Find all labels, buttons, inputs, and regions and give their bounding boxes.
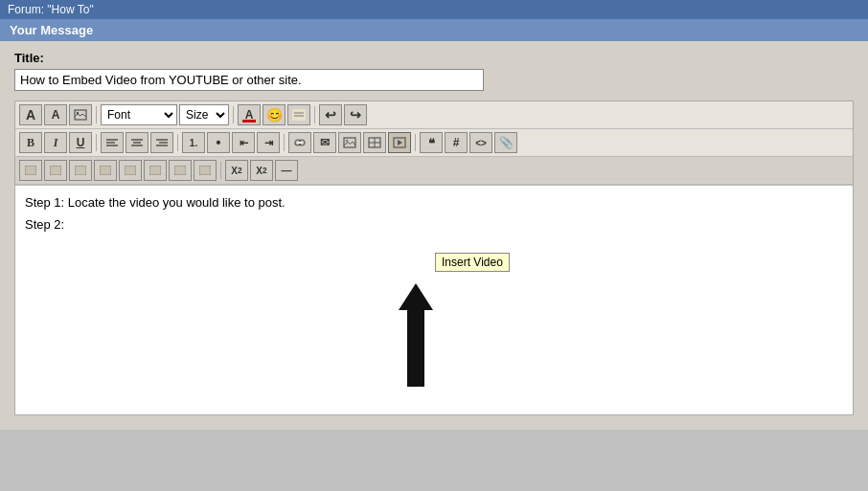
row3-btn-1[interactable] bbox=[19, 160, 42, 181]
color-bar bbox=[242, 120, 256, 123]
svg-point-1 bbox=[77, 112, 79, 114]
insert-video-btn[interactable] bbox=[388, 132, 411, 153]
tooltip-insert-video: Insert Video bbox=[435, 253, 510, 272]
svg-rect-26 bbox=[75, 166, 86, 175]
svg-rect-27 bbox=[100, 166, 111, 175]
your-message-header: Your Message bbox=[0, 19, 868, 41]
hr-btn[interactable]: — bbox=[275, 160, 298, 181]
hash-btn[interactable]: # bbox=[445, 132, 468, 153]
redo-btn[interactable]: ↪ bbox=[344, 104, 367, 125]
editor-wrapper: A A Font Arial Times New Roman Courier N… bbox=[14, 100, 854, 415]
svg-rect-25 bbox=[50, 166, 61, 175]
indent-btn[interactable]: ⇥ bbox=[257, 132, 280, 153]
row3-btn-5[interactable] bbox=[119, 160, 142, 181]
superscript-btn[interactable]: X2 bbox=[250, 160, 273, 181]
main-content: Title: A A Font Arial Times New Roman Co… bbox=[0, 41, 868, 430]
font-select[interactable]: Font Arial Times New Roman Courier New V… bbox=[101, 104, 177, 125]
row3-btn-3[interactable] bbox=[69, 160, 92, 181]
emoji-btn[interactable]: 😊 bbox=[263, 104, 286, 125]
subscript-btn[interactable]: X2 bbox=[225, 160, 248, 181]
row3-btn-6[interactable] bbox=[144, 160, 167, 181]
toolbar-row-3: X2 X2 — bbox=[15, 157, 853, 185]
toolbar-row-1: A A Font Arial Times New Roman Courier N… bbox=[15, 101, 853, 129]
ordered-list-btn[interactable]: 1. bbox=[182, 132, 205, 153]
forum-bar-text: Forum: "How To" bbox=[8, 3, 94, 16]
bold-btn[interactable]: B bbox=[19, 132, 42, 153]
editor-line-2: Step 2: bbox=[25, 217, 843, 232]
img2-btn[interactable] bbox=[338, 132, 361, 153]
attachment-btn[interactable]: 📎 bbox=[494, 132, 517, 153]
tooltip-text: Insert Video bbox=[442, 256, 503, 269]
unordered-list-btn[interactable]: • bbox=[207, 132, 230, 153]
title-label: Title: bbox=[14, 51, 854, 65]
size-select[interactable]: Size 8 10 12 14 16 18 24 36 bbox=[179, 104, 229, 125]
undo-btn[interactable]: ↩ bbox=[319, 104, 342, 125]
table-btn[interactable] bbox=[363, 132, 386, 153]
svg-rect-30 bbox=[174, 166, 186, 175]
arrow-shaft bbox=[407, 310, 424, 387]
row3-btn-4[interactable] bbox=[94, 160, 117, 181]
align-left-btn[interactable] bbox=[101, 132, 124, 153]
svg-rect-31 bbox=[199, 166, 211, 175]
link-btn[interactable] bbox=[288, 132, 311, 153]
image-btn[interactable] bbox=[69, 104, 92, 125]
svg-rect-29 bbox=[149, 166, 161, 175]
row3-btn-7[interactable] bbox=[169, 160, 192, 181]
arrow-annotation bbox=[399, 283, 433, 387]
misc-list-btn[interactable] bbox=[287, 104, 310, 125]
code-btn[interactable]: <> bbox=[469, 132, 492, 153]
row3-btn-8[interactable] bbox=[194, 160, 217, 181]
format-a-btn[interactable]: A bbox=[19, 104, 42, 125]
svg-rect-24 bbox=[25, 166, 36, 175]
email-btn[interactable]: ✉ bbox=[313, 132, 336, 153]
row3-btn-2[interactable] bbox=[44, 160, 67, 181]
svg-marker-23 bbox=[398, 140, 402, 145]
svg-rect-2 bbox=[292, 109, 306, 121]
text-color-btn[interactable]: A bbox=[238, 104, 261, 125]
format-a2-btn[interactable]: A bbox=[44, 104, 67, 125]
title-input[interactable] bbox=[14, 69, 484, 91]
arrow-head bbox=[399, 283, 433, 310]
align-right-btn[interactable] bbox=[150, 132, 173, 153]
svg-rect-28 bbox=[125, 166, 136, 175]
editor-line-1: Step 1: Locate the video you would like … bbox=[25, 195, 843, 210]
your-message-header-label: Your Message bbox=[10, 23, 93, 37]
toolbar-row-2: B I U 1. • ⇤ ⇥ ✉ bbox=[15, 129, 853, 157]
align-center-btn[interactable] bbox=[126, 132, 148, 153]
outdent-btn[interactable]: ⇤ bbox=[232, 132, 255, 153]
quote-btn[interactable]: ❝ bbox=[420, 132, 443, 153]
italic-btn[interactable]: I bbox=[44, 132, 67, 153]
forum-bar: Forum: "How To" bbox=[0, 0, 868, 19]
underline-btn[interactable]: U bbox=[69, 132, 92, 153]
editor-content[interactable]: Step 1: Locate the video you would like … bbox=[15, 185, 853, 414]
